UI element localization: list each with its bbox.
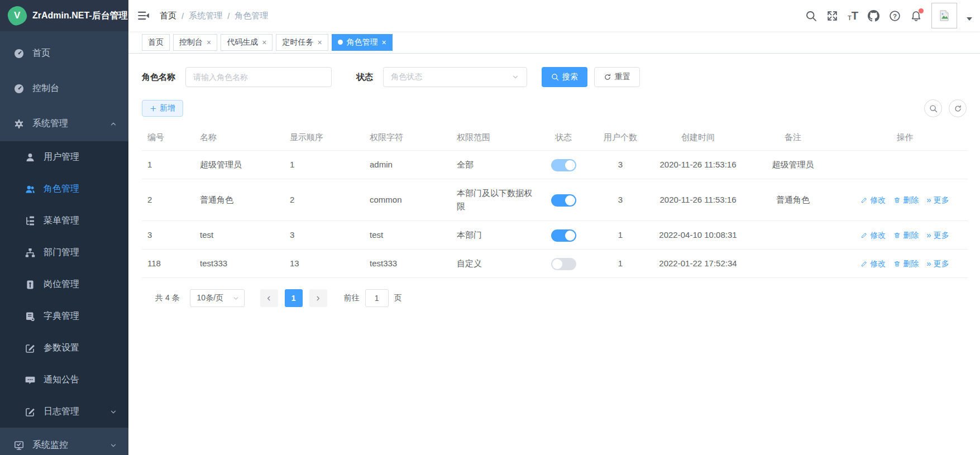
- logo-icon: V: [6, 4, 28, 26]
- trash-icon: [893, 197, 901, 204]
- app-title: ZrAdmin.NET-后台管理: [32, 10, 128, 22]
- page-size-select[interactable]: 10条/页: [190, 289, 245, 307]
- sidebar-item-label: 系统监控: [32, 439, 68, 451]
- goto-prefix-label: 前往: [344, 293, 360, 303]
- notification-badge: [919, 8, 924, 13]
- cell-perm: test: [364, 221, 451, 250]
- prev-page-button[interactable]: [260, 289, 278, 307]
- sidebar-item-label: 控制台: [32, 83, 59, 94]
- close-icon[interactable]: ×: [382, 39, 386, 46]
- sidebar-item-post-mgmt[interactable]: 岗位管理: [0, 269, 128, 300]
- col-status: 状态: [538, 125, 589, 151]
- sidebar-item-user-mgmt[interactable]: 用户管理: [0, 141, 128, 173]
- tab-scheduled-tasks[interactable]: 定时任务×: [276, 34, 328, 51]
- delete-link[interactable]: 删除: [893, 257, 919, 270]
- more-link[interactable]: »更多: [926, 193, 949, 207]
- cell-users: 3: [589, 151, 652, 179]
- caret-down-icon[interactable]: [967, 17, 972, 23]
- sidebar-item-console[interactable]: 控制台: [0, 71, 128, 106]
- more-link[interactable]: »更多: [926, 228, 949, 242]
- search-button[interactable]: 搜索: [542, 67, 587, 87]
- sidebar-item-label: 岗位管理: [44, 279, 79, 290]
- cell-remark: [744, 221, 842, 250]
- col-name: 名称: [194, 125, 284, 151]
- org-icon: [25, 247, 36, 258]
- hamburger-icon[interactable]: [137, 9, 150, 22]
- search-icon[interactable]: [805, 10, 817, 22]
- edit-link[interactable]: 修改: [861, 229, 886, 241]
- sidebar-item-home[interactable]: 首页: [0, 36, 128, 71]
- dict-icon: [25, 311, 36, 322]
- status-toggle[interactable]: [551, 159, 576, 171]
- tab-role-mgmt[interactable]: 角色管理×: [332, 34, 393, 51]
- sidebar-item-menu-mgmt[interactable]: 菜单管理: [0, 205, 128, 237]
- cell-order: 3: [284, 221, 364, 250]
- sidebar-item-system[interactable]: 系统管理: [0, 106, 128, 141]
- cell-order: 1: [284, 151, 364, 179]
- col-created: 创建时间: [652, 125, 744, 151]
- add-button[interactable]: 新增: [142, 100, 183, 117]
- breadcrumb-system: 系统管理: [189, 11, 222, 21]
- sidebar-item-dict-mgmt[interactable]: 字典管理: [0, 300, 128, 332]
- navbar: 首页 / 系统管理 / 角色管理 тT: [128, 0, 980, 31]
- breadcrumb-home[interactable]: 首页: [160, 11, 176, 21]
- chevron-down-icon: [109, 442, 117, 449]
- app-logo[interactable]: V ZrAdmin.NET-后台管理: [0, 0, 128, 31]
- sidebar-item-label: 日志管理: [44, 406, 79, 418]
- active-dot: [338, 40, 343, 45]
- sidebar-item-label: 部门管理: [44, 247, 79, 258]
- breadcrumb: 首页 / 系统管理 / 角色管理: [160, 11, 268, 21]
- pencil-icon: [861, 260, 868, 267]
- tab-codegen[interactable]: 代码生成×: [221, 34, 273, 51]
- cell-created: 2020-11-26 11:53:16: [652, 179, 744, 221]
- status-toggle[interactable]: [551, 194, 576, 207]
- status-toggle[interactable]: [551, 229, 576, 242]
- cell-scope: 自定义: [451, 250, 538, 278]
- role-name-input[interactable]: [185, 67, 332, 87]
- help-icon[interactable]: [889, 10, 901, 22]
- sidebar-item-monitor[interactable]: 系统监控: [0, 428, 128, 455]
- table-tools: [924, 99, 967, 117]
- sidebar-item-label: 用户管理: [44, 151, 79, 163]
- delete-link[interactable]: 删除: [893, 194, 919, 206]
- double-chevron-icon: »: [926, 193, 931, 207]
- fullscreen-icon[interactable]: [826, 10, 838, 22]
- sidebar-item-notice[interactable]: 通知公告: [0, 364, 128, 396]
- cell-id: 3: [142, 221, 194, 250]
- notifications-bell-icon[interactable]: [910, 10, 922, 22]
- toggle-search-button[interactable]: [924, 99, 942, 117]
- page-number-1[interactable]: 1: [285, 289, 303, 307]
- sidebar-item-dept-mgmt[interactable]: 部门管理: [0, 237, 128, 269]
- avatar[interactable]: [931, 3, 957, 28]
- pagination: 共 4 条 10条/页 1 前往 页: [155, 289, 967, 307]
- tab-console[interactable]: 控制台×: [173, 34, 217, 51]
- tab-home[interactable]: 首页: [142, 34, 170, 51]
- cell-ops: 修改 删除 »更多: [848, 193, 962, 207]
- edit-link[interactable]: 修改: [861, 194, 886, 206]
- more-link[interactable]: »更多: [926, 257, 949, 270]
- cell-scope: 本部门: [451, 221, 538, 250]
- next-page-button[interactable]: [309, 289, 327, 307]
- reset-button[interactable]: 重置: [594, 67, 640, 87]
- font-size-icon[interactable]: тT: [848, 10, 858, 21]
- close-icon[interactable]: ×: [207, 39, 211, 46]
- pencil-icon: [861, 197, 868, 204]
- status-toggle[interactable]: [551, 258, 576, 270]
- cell-id: 2: [142, 179, 194, 221]
- close-icon[interactable]: ×: [317, 39, 322, 46]
- close-icon[interactable]: ×: [262, 39, 266, 46]
- role-status-select[interactable]: 角色状态: [383, 67, 527, 87]
- users-icon: [25, 184, 36, 195]
- filter-form: 角色名称 状态 角色状态 搜索 重置: [142, 67, 967, 87]
- sidebar-item-role-mgmt[interactable]: 角色管理: [0, 173, 128, 205]
- refresh-button[interactable]: [949, 99, 967, 117]
- sidebar-item-log-mgmt[interactable]: 日志管理: [0, 396, 128, 428]
- delete-link[interactable]: 删除: [893, 229, 919, 241]
- cell-order: 2: [284, 179, 364, 221]
- github-icon[interactable]: [868, 10, 879, 22]
- goto-page-input[interactable]: [365, 289, 389, 307]
- sidebar-item-params[interactable]: 参数设置: [0, 332, 128, 364]
- trash-icon: [893, 232, 901, 239]
- edit-link[interactable]: 修改: [861, 257, 886, 270]
- chevron-down-icon: [511, 73, 519, 81]
